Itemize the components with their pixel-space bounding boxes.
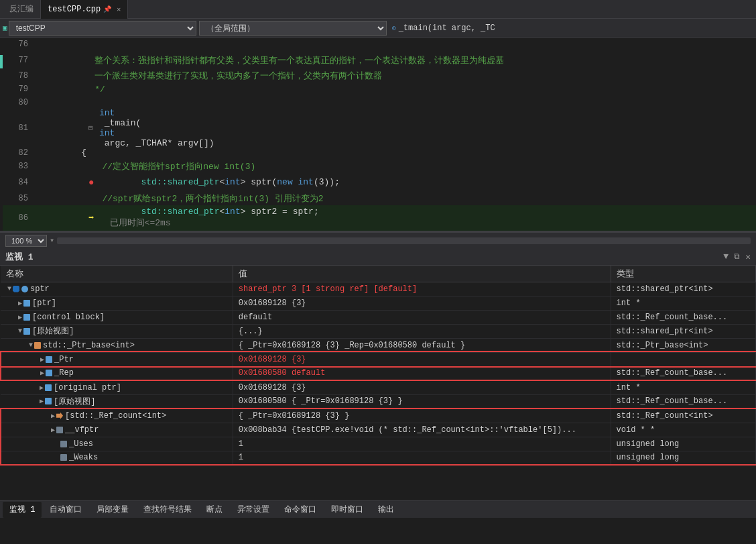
row-name: [original ptr] [54,383,121,392]
tab-breakpoints-label: 断点 [206,504,223,515]
value-cell: 0x01680580 default [233,366,611,380]
watch-dropdown-btn[interactable]: ▼ [723,252,729,262]
type-cell: std::_Ref_count_base... [611,394,755,409]
tab-command[interactable]: 命令窗口 [277,502,323,518]
code-line-77: 77 整个关系：强指针和弱指针都有父类，父类里有一个表达真正的指针，一个表达计数… [3,51,756,69]
table-row[interactable]: ▶ [原始视图] 0x01680580 { _Ptr=0x01689128 {3… [1,394,756,409]
close-icon[interactable]: ✕ [117,5,121,13]
function-text: _tmain(int argc, _TC [399,23,495,33]
function-label: ⊙ _tmain(int argc, _TC [387,23,501,33]
expand-btn[interactable]: ▶ [40,384,44,392]
expand-btn[interactable]: ▶ [18,313,22,321]
zoom-dropdown-icon[interactable]: ▾ [50,235,54,246]
tab-find[interactable]: 查找符号结果 [137,502,198,518]
expand-btn[interactable]: ▶ [40,397,44,405]
value-cell: 0x01680580 { _Ptr=0x01689128 {3} } [233,394,611,409]
value-cell: { _Ptr=0x01689128 {3} } [233,409,611,423]
name-cell[interactable]: ▶ _Ptr [1,352,233,366]
table-row[interactable]: ▼ sptr shared_ptr 3 [1 strong ref] [defa… [1,282,756,296]
watch-panel: 监视 1 ▼ ⧉ ✕ 名称 值 类型 [0,248,756,500]
tab-auto[interactable]: 自动窗口 [43,502,88,518]
row-name: std::_Ptr_base<int> [43,341,135,350]
name-cell[interactable]: ▶ [original ptr] [1,380,233,394]
tab-watch1[interactable]: 监视 1 [3,502,42,518]
col-type-header: 类型 [611,266,755,282]
tab-command-label: 命令窗口 [284,504,316,515]
name-cell[interactable]: ▶ _Rep [1,366,233,380]
type-cell: std::_Ref_count_base... [611,310,755,324]
name-cell[interactable]: ▼ std::_Ptr_base<int> [1,338,233,352]
table-row[interactable]: ▶ [control block] default std::_Ref_coun… [1,310,756,324]
table-row[interactable]: ▶ [std::_Ref_count<int> { _Ptr=0x0168912… [1,409,756,423]
tab-find-label: 查找符号结果 [143,504,192,515]
watch-pin-btn[interactable]: ⧉ [734,252,740,262]
tab-immediate[interactable]: 即时窗口 [324,502,370,518]
horizontal-scrollbar[interactable] [57,237,751,244]
name-cell[interactable]: ▼ [原始视图] [1,324,233,338]
name-cell[interactable]: ▶ __vfptr [1,423,233,437]
tab-output[interactable]: 输出 [371,502,401,518]
tab-exceptions[interactable]: 异常设置 [231,502,276,518]
name-cell[interactable]: _Weaks [1,451,233,465]
type-cell: std::shared_ptr<int> [611,282,755,296]
zoom-bar: 100 % ▾ [0,232,756,248]
table-row[interactable]: ▶ [ptr] 0x01689128 {3} int * [1,296,756,310]
expand-btn[interactable]: ▶ [40,356,44,364]
type-cell: std::_Ptr_base<int> [611,338,755,352]
tab-file[interactable]: testCPP.cpp 📌 ✕ [41,0,128,19]
table-row[interactable]: ▶ _Rep 0x01680580 default std::_Ref_coun… [1,366,756,380]
name-cell[interactable]: ▶ [原始视图] [1,394,233,409]
table-row[interactable]: _Uses 1 unsigned long [1,437,756,451]
expand-btn[interactable]: ▶ [51,412,55,420]
expand-btn[interactable]: ▼ [7,285,11,292]
expand-btn[interactable]: ▶ [51,426,55,434]
type-cell: std::shared_ptr<int> [611,324,755,338]
type-cell: int * [611,296,755,310]
value-cell: 1 [233,437,611,451]
row-name: sptr [30,284,50,294]
watch-close-btn[interactable]: ✕ [745,252,751,262]
code-line-86: 86 ➡ std::shared_ptr<int> sptr2 = sptr; … [3,205,756,231]
table-row[interactable]: ▶ _Ptr 0x01689128 {3} [1,352,756,366]
type-cell: unsigned long [611,451,755,465]
watch-header-row: 名称 值 类型 [1,266,756,282]
watch-table: 名称 值 类型 ▼ sptr shared_ [0,266,756,466]
name-cell[interactable]: ▼ sptr [1,282,233,296]
tab-immediate-label: 即时窗口 [331,504,363,515]
scope-select[interactable]: （全局范围） [199,21,387,36]
table-row[interactable]: ▶ [original ptr] 0x01689128 {3} int * [1,380,756,394]
project-select[interactable]: testCPP [9,21,196,36]
row-name: [std::_Ref_count<int> [65,411,166,421]
col-value-header: 值 [233,266,611,282]
zoom-select[interactable]: 100 % [5,235,47,247]
tab-local[interactable]: 局部变量 [90,502,135,518]
watch-controls: ▼ ⧉ ✕ [723,252,751,262]
table-row[interactable]: ▼ [原始视图] {...} std::shared_ptr<int> [1,324,756,338]
pin-icon: 📌 [103,5,111,13]
value-cell: 0x01689128 {3} [233,352,611,366]
watch-scroll-area[interactable]: 名称 值 类型 ▼ sptr shared_ [0,266,756,500]
watch-header: 监视 1 ▼ ⧉ ✕ [0,248,756,266]
value-cell: 0x01689128 {3} [233,380,611,394]
tab-breakpoints[interactable]: 断点 [200,502,229,518]
name-cell[interactable]: ▶ [std::_Ref_count<int> [1,409,233,423]
value-cell: shared_ptr 3 [1 strong ref] [default] [233,282,611,296]
expand-btn[interactable]: ▶ [40,369,44,377]
type-cell [611,352,755,366]
name-cell[interactable]: ▶ [control block] [1,310,233,324]
tab-exceptions-label: 异常设置 [237,504,269,515]
expand-btn[interactable]: ▶ [18,299,22,307]
name-cell[interactable]: _Uses [1,437,233,451]
table-row[interactable]: ▶ __vfptr 0x008bab34 {testCPP.exe!void (… [1,423,756,437]
value-cell: {...} [233,324,611,338]
code-line-84: 84 ● std::shared_ptr<int> sptr(new int(3… [3,173,756,192]
tab-decompile[interactable]: 反汇编 [3,0,41,19]
expand-btn[interactable]: ▼ [18,327,22,335]
type-cell: std::_Ref_count<int> [611,409,755,423]
name-cell[interactable]: ▶ [ptr] [1,296,233,310]
row-name: [control block] [32,313,105,322]
expand-btn[interactable]: ▼ [29,341,33,349]
type-cell: std::_Ref_count_base... [611,366,755,380]
table-row[interactable]: ▼ std::_Ptr_base<int> { _Ptr=0x01689128 … [1,338,756,352]
table-row[interactable]: _Weaks 1 unsigned long [1,451,756,465]
